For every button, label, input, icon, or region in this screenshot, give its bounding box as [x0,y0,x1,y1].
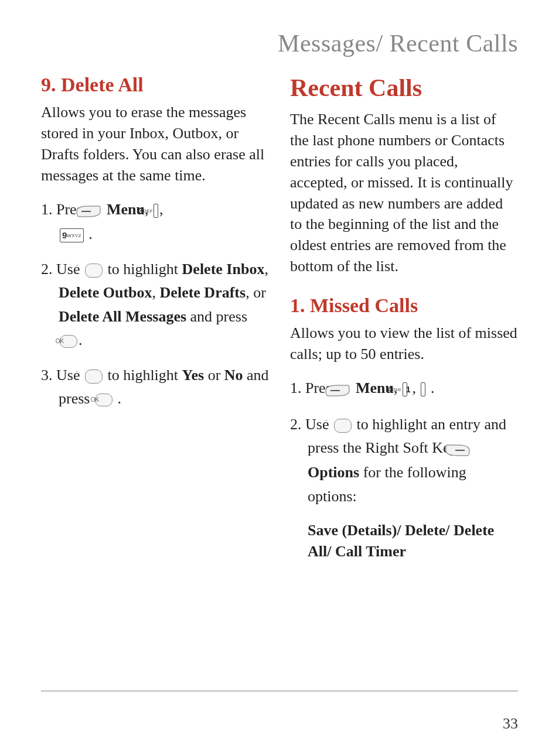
bold-text: No [224,367,243,384]
page-header: Messages/ Recent Calls [41,29,518,57]
page-number: 33 [503,715,518,733]
right-softkey-icon [462,437,471,461]
heading-missed-calls: 1. Missed Calls [290,295,518,317]
step-1-left: 1. Press Menu, 3DEF, 9WXYZ . [41,198,269,246]
text: to highlight [107,367,182,384]
right-column: Recent Calls The Recent Calls menu is a … [290,74,518,563]
left-softkey-icon [342,378,350,401]
footer-rule [41,690,518,692]
text: . [427,379,434,396]
step-2-left: 2. Use to highlight Delete Inbox, Delete… [41,258,269,352]
para-missed-calls: Allows you to view the list of missed ca… [290,323,518,365]
step-3-left: 3. Use to highlight Yes or No and press … [41,364,269,411]
heading-recent-calls: Recent Calls [290,74,518,102]
nav-key-icon [334,419,352,433]
left-softkey-icon [93,199,101,222]
bold-text: Yes [182,367,204,384]
text: to highlight [107,261,182,278]
step-2-right: 2. Use to highlight an entry and press t… [290,413,518,508]
text: . [114,390,121,407]
step-1-right: 1. Press Menu, 4GHI , 1 . [290,377,518,401]
nav-key-icon [85,264,103,278]
ok-key-icon: OK [95,394,113,406]
text: . [85,225,93,242]
options-list: Save (Details)/ Delete/ Delete All/ Call… [290,520,518,563]
bold-text: Delete All Messages [59,308,186,325]
text: or [204,367,224,384]
text: , [159,201,163,218]
bold-text: Delete Outbox [59,284,152,301]
bold-text: Delete Inbox [182,261,265,278]
text: and press [186,308,247,325]
key-1-icon: 1 [421,382,425,396]
text: , [264,261,268,278]
key-9-icon: 9WXYZ [60,228,84,242]
text: . [79,331,83,348]
para-delete-all: Allows you to erase the messages stored … [41,102,269,186]
nav-key-icon [85,370,103,384]
text: , [152,284,160,301]
bold-text: Delete Drafts [160,284,246,301]
text: , or [246,284,266,301]
bold-text: Options [308,464,359,481]
ok-key-icon: OK [60,335,77,348]
left-column: 9. Delete All Allows you to erase the me… [41,74,269,563]
heading-delete-all: 9. Delete All [41,74,269,96]
key-3-icon: 3DEF [154,204,158,218]
para-recent-calls: The Recent Calls menu is a list of the l… [290,109,518,277]
